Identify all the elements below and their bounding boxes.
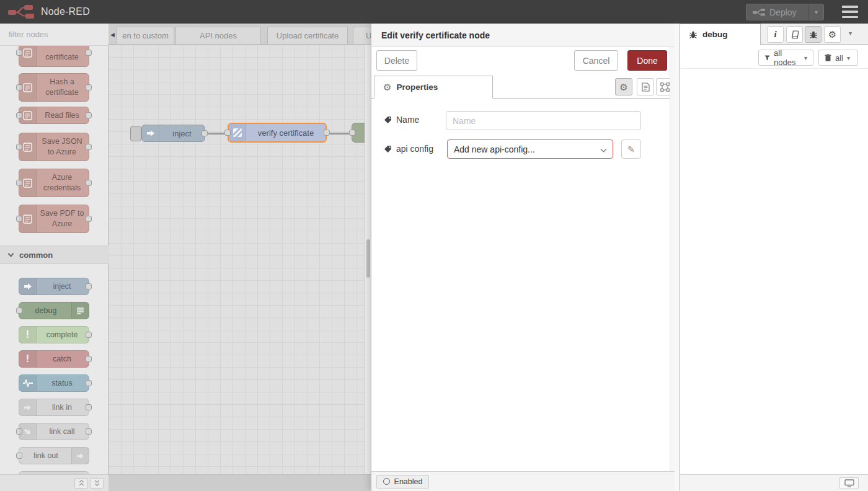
wire[interactable] xyxy=(329,133,350,135)
palette-node-label: certificate xyxy=(19,46,89,66)
palette-node-save-pdf-to-azure[interactable]: Save PDF to Azure xyxy=(19,205,89,233)
enabled-toggle-button[interactable]: Enabled xyxy=(376,475,429,489)
palette-node-link-out[interactable]: link out xyxy=(19,447,89,464)
palette-node-inject[interactable]: inject xyxy=(19,278,89,295)
palette-node-label: catch xyxy=(19,351,89,367)
open-debug-window-button[interactable] xyxy=(839,477,859,489)
palette-node-label: link out xyxy=(19,448,89,464)
workspace-tab[interactable]: Upload certificate xyxy=(267,27,348,45)
sidebar-resize-handle[interactable] xyxy=(675,24,680,491)
palette-search-input[interactable] xyxy=(9,30,118,39)
gear-icon: ⚙ xyxy=(619,82,627,92)
palette-node-label: debug xyxy=(19,303,89,319)
sidebar-footer xyxy=(680,474,868,491)
debug-clear-dropdown[interactable]: all ▾ xyxy=(818,50,858,66)
main-menu-button[interactable] xyxy=(842,6,858,18)
sidebar-debug-button[interactable] xyxy=(805,26,822,43)
palette-node-list[interactable]: certificate Hash a certificate Read file… xyxy=(0,46,108,474)
inject-trigger-button[interactable] xyxy=(130,126,141,141)
deploy-icon xyxy=(753,9,765,16)
palette-node-link-call[interactable]: link call xyxy=(19,423,89,440)
tag-icon xyxy=(384,116,392,124)
deploy-button[interactable]: Deploy ▾ xyxy=(746,4,824,20)
palette-node-save-json-to-azure[interactable]: Save JSON to Azure xyxy=(19,133,89,161)
sidebar-config-button[interactable]: ⚙ xyxy=(824,26,841,43)
tab-label: Upload certificate xyxy=(277,31,339,40)
tab-label: en to custom xyxy=(122,31,168,40)
palette-node-label: inject xyxy=(19,278,89,294)
cancel-button[interactable]: Cancel xyxy=(574,50,618,71)
sidebar-info-button[interactable]: i xyxy=(767,26,784,43)
tab-properties[interactable]: ⚙ Properties xyxy=(374,76,493,99)
palette-node-hash-a-certificate[interactable]: Hash a certificate xyxy=(19,73,89,102)
workspace-tab[interactable]: API nodes xyxy=(175,27,261,45)
chevron-down-icon xyxy=(8,251,14,257)
flow-node-inject[interactable]: inject xyxy=(141,125,205,142)
palette-node-label: Azure credentials xyxy=(19,169,89,197)
caret-down-icon: ▾ xyxy=(815,9,818,15)
appearance-icon xyxy=(660,82,670,92)
palette-node-certificate[interactable]: certificate xyxy=(19,46,89,67)
deploy-button-main[interactable]: Deploy xyxy=(746,7,808,17)
dialog-scrollbar[interactable] xyxy=(670,47,675,471)
palette-node-azure-credentials[interactable]: Azure credentials xyxy=(19,169,89,197)
palette-node-read-files[interactable]: Read files xyxy=(19,107,89,124)
edit-properties-button[interactable]: ⚙ xyxy=(615,78,632,95)
scroll-left-icon: ◀ xyxy=(110,32,115,38)
delete-button[interactable]: Delete xyxy=(376,50,417,71)
done-button[interactable]: Done xyxy=(627,50,667,71)
palette-category-common[interactable]: common xyxy=(0,246,108,264)
workspace-tab[interactable]: en to custom xyxy=(117,27,174,45)
palette-search xyxy=(0,24,108,46)
flow-node-verify-certificate[interactable]: verify certificate xyxy=(228,123,327,143)
palette-node-label: complete xyxy=(19,327,89,343)
palette-node-label: Save PDF to Azure xyxy=(19,205,89,232)
tag-icon xyxy=(384,145,392,153)
sidebar-options-caret[interactable]: ▾ xyxy=(849,30,852,37)
funnel-icon xyxy=(764,55,770,61)
enabled-label: Enabled xyxy=(394,477,423,486)
tab-label: API nodes xyxy=(200,31,237,40)
tab-debug[interactable]: debug xyxy=(680,24,761,45)
name-field-label: Name xyxy=(384,115,419,125)
horizontal-scrollbar[interactable] xyxy=(108,474,371,491)
dialog-tabrow: ⚙ Properties ⚙ xyxy=(371,76,675,99)
tab-label: debug xyxy=(702,30,728,39)
vertical-scrollbar[interactable] xyxy=(365,45,371,474)
edit-config-button[interactable]: ✎ xyxy=(621,139,641,159)
debug-toolbar: all nodes ▾ all ▾ xyxy=(680,45,868,69)
caret-down-icon: ▾ xyxy=(804,55,807,61)
dialog-title: Edit verify certificate node xyxy=(371,24,675,47)
node-port[interactable] xyxy=(224,130,231,136)
workspace: ◀ en to custom API nodes Upload certific… xyxy=(108,24,371,491)
palette-node-debug[interactable]: debug xyxy=(19,302,89,319)
palette-node-label: Save JSON to Azure xyxy=(19,133,89,161)
chevron-down-icon xyxy=(601,146,607,153)
flow-canvas[interactable]: inject verify certificate n xyxy=(108,45,371,474)
app-title: Node-RED xyxy=(41,6,90,17)
palette-node-link-in[interactable]: link in xyxy=(19,399,89,416)
tab-label: U xyxy=(366,31,371,40)
node-description-button[interactable] xyxy=(637,78,654,95)
palette-node-label: Read files xyxy=(19,107,89,123)
debug-filter-dropdown[interactable]: all nodes ▾ xyxy=(758,50,813,66)
sidebar-help-button[interactable] xyxy=(786,26,803,43)
gear-icon: ⚙ xyxy=(383,82,391,92)
deploy-options-caret[interactable]: ▾ xyxy=(808,4,823,20)
palette-node-status[interactable]: status xyxy=(19,374,89,392)
tab-scroll-left-button[interactable]: ◀ xyxy=(108,27,117,43)
gear-icon: ⚙ xyxy=(828,30,836,39)
palette-node-catch[interactable]: ! catch xyxy=(19,350,89,368)
palette-node-complete[interactable]: ! complete xyxy=(19,326,89,343)
node-port[interactable] xyxy=(202,130,208,136)
workspace-tab[interactable]: U xyxy=(353,27,371,45)
header: Node-RED Deploy ▾ xyxy=(0,0,868,24)
palette-collapse-all-button[interactable] xyxy=(74,478,88,489)
scrollbar-thumb[interactable] xyxy=(366,239,370,278)
toggle-ring-icon xyxy=(383,478,390,485)
info-icon: i xyxy=(774,29,776,40)
edit-node-dialog: Edit verify certificate node Delete Canc… xyxy=(371,24,675,491)
palette-expand-all-button[interactable] xyxy=(90,478,104,489)
api-config-select[interactable]: Add new api-config... xyxy=(447,139,613,159)
name-input[interactable] xyxy=(446,111,641,130)
